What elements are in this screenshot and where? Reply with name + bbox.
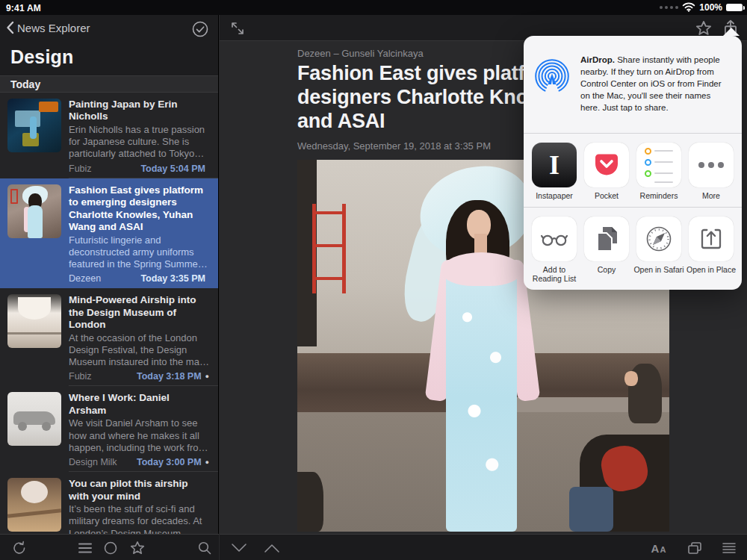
unread-dot: ● bbox=[205, 373, 209, 380]
list-item[interactable]: Where I Work: Daniel Arsham We visit Dan… bbox=[0, 386, 218, 472]
starred-filter-button[interactable] bbox=[128, 539, 146, 557]
share-actions-row: Add to Reading List Copy Open in Safari … bbox=[524, 208, 742, 290]
share-action-label: Open in Safari bbox=[633, 265, 684, 275]
item-time: Today 3:00 PM bbox=[137, 457, 202, 467]
back-button[interactable]: News Explorer bbox=[6, 21, 90, 34]
thumbnail-tokyo-street-night bbox=[7, 99, 61, 152]
safari-compass-icon bbox=[636, 217, 681, 261]
chevron-left-icon bbox=[6, 21, 14, 34]
list-item[interactable]: Mind-Powered Airship into the Design Mus… bbox=[0, 288, 218, 386]
previous-article-button[interactable] bbox=[263, 539, 281, 557]
thumbnail-runway-model bbox=[7, 184, 61, 238]
star-article-button[interactable] bbox=[695, 19, 713, 37]
item-summary: Futuristic lingerie and deconstructed ar… bbox=[69, 234, 209, 271]
feed-title: Design bbox=[0, 43, 218, 75]
status-time: 9:41 AM bbox=[6, 3, 41, 13]
item-summary: Erin Nicholls has a true passion for Jap… bbox=[69, 124, 209, 161]
sidebar-nav: News Explorer bbox=[0, 15, 218, 43]
list-item[interactable]: Painting Japan by Erin Nicholls Erin Nic… bbox=[0, 93, 218, 178]
text-size-button[interactable]: AA bbox=[650, 539, 668, 557]
section-header-today: Today bbox=[0, 75, 218, 93]
refresh-button[interactable] bbox=[10, 539, 28, 557]
airdrop-title: AirDrop. bbox=[580, 55, 615, 64]
share-action-label: Copy bbox=[598, 265, 616, 275]
unread-filter-button[interactable] bbox=[102, 539, 120, 557]
fullscreen-button[interactable] bbox=[229, 19, 247, 37]
item-time: Today 5:04 PM bbox=[140, 164, 205, 174]
check-circle-icon bbox=[191, 20, 209, 38]
popover-arrow bbox=[723, 28, 740, 36]
instapaper-icon: I bbox=[532, 143, 577, 187]
list-item[interactable]: You can pilot this airship with your min… bbox=[0, 472, 218, 534]
battery-icon bbox=[726, 4, 743, 11]
thumbnail-museum-interior bbox=[7, 294, 61, 348]
wifi-icon bbox=[682, 1, 695, 15]
red-bracket-left bbox=[312, 204, 346, 293]
item-source: Fubiz bbox=[69, 164, 92, 174]
more-icon bbox=[689, 143, 734, 187]
content-toolbar: AA bbox=[220, 534, 747, 560]
item-title: Where I Work: Daniel Arsham bbox=[69, 392, 209, 417]
item-summary: At the occasion of the London Design Fes… bbox=[69, 332, 209, 369]
action-open-in-safari[interactable]: Open in Safari bbox=[633, 217, 685, 284]
pocket-icon bbox=[584, 143, 629, 187]
share-action-label: Add to Reading List bbox=[528, 265, 580, 284]
model-dress bbox=[446, 264, 517, 532]
thumbnail-eroded-car bbox=[7, 392, 61, 446]
item-source: Fubiz bbox=[69, 371, 92, 382]
item-time: Today 3:35 PM bbox=[140, 273, 205, 284]
battery-percent: 100% bbox=[699, 2, 722, 13]
item-title: You can pilot this airship with your min… bbox=[69, 478, 209, 503]
cellular-signal-icon bbox=[660, 6, 678, 9]
list-item-selected[interactable]: Fashion East gives platform to emerging … bbox=[0, 178, 218, 289]
unread-dot: ● bbox=[205, 459, 209, 466]
item-source: Design Milk bbox=[69, 457, 117, 467]
share-apps-row: I Instapaper Pocket Reminde bbox=[524, 134, 742, 208]
back-label: News Explorer bbox=[17, 22, 90, 34]
share-app-more[interactable]: More bbox=[685, 143, 737, 201]
search-button[interactable] bbox=[196, 539, 214, 557]
share-app-label: Pocket bbox=[595, 191, 619, 201]
item-summary: It’s been the stuff of sci-fi and milita… bbox=[69, 503, 209, 534]
tabs-button[interactable] bbox=[686, 539, 704, 557]
action-copy[interactable]: Copy bbox=[580, 217, 633, 284]
mark-all-read-button[interactable] bbox=[191, 20, 209, 41]
item-summary: We visit Daniel Arsham to see how and wh… bbox=[69, 417, 209, 454]
reader-view-button[interactable] bbox=[720, 539, 738, 557]
item-source: Dezeen bbox=[69, 273, 101, 284]
item-title: Mind-Powered Airship into the Design Mus… bbox=[69, 294, 209, 331]
airdrop-section[interactable]: AirDrop. Share instantly with people nea… bbox=[524, 36, 742, 134]
share-action-label: Open in Place bbox=[686, 265, 736, 275]
action-add-to-reading-list[interactable]: Add to Reading List bbox=[528, 217, 580, 284]
sidebar: News Explorer Design Today Painting Japa… bbox=[0, 15, 219, 534]
share-app-instapaper[interactable]: I Instapaper bbox=[528, 143, 580, 201]
app-screen: 9:41 AM 100% News Explorer De bbox=[0, 0, 747, 560]
copy-icon bbox=[584, 217, 629, 261]
status-bar: 9:41 AM 100% bbox=[0, 0, 747, 15]
reading-list-glasses-icon bbox=[532, 217, 577, 261]
sidebar-toolbar bbox=[0, 534, 219, 560]
action-open-in-place[interactable]: Open in Place bbox=[685, 217, 737, 284]
thumbnail-airship-atrium bbox=[7, 478, 61, 532]
airdrop-icon bbox=[533, 57, 571, 99]
item-time: Today 3:18 PM bbox=[137, 371, 202, 382]
item-title: Painting Japan by Erin Nicholls bbox=[69, 99, 209, 123]
article-list: Painting Japan by Erin Nicholls Erin Nic… bbox=[0, 93, 218, 534]
share-app-label: Reminders bbox=[640, 191, 678, 201]
item-title: Fashion East gives platform to emerging … bbox=[69, 184, 209, 234]
share-app-pocket[interactable]: Pocket bbox=[580, 143, 633, 201]
list-view-button[interactable] bbox=[76, 539, 94, 557]
status-indicators: 100% bbox=[660, 0, 743, 15]
next-article-button[interactable] bbox=[230, 539, 248, 557]
share-app-label: More bbox=[702, 191, 720, 201]
reminders-icon bbox=[636, 143, 681, 187]
open-in-place-icon bbox=[689, 217, 734, 261]
share-app-reminders[interactable]: Reminders bbox=[633, 143, 685, 201]
share-app-label: Instapaper bbox=[536, 191, 573, 201]
share-sheet-popover: AirDrop. Share instantly with people nea… bbox=[524, 36, 742, 290]
